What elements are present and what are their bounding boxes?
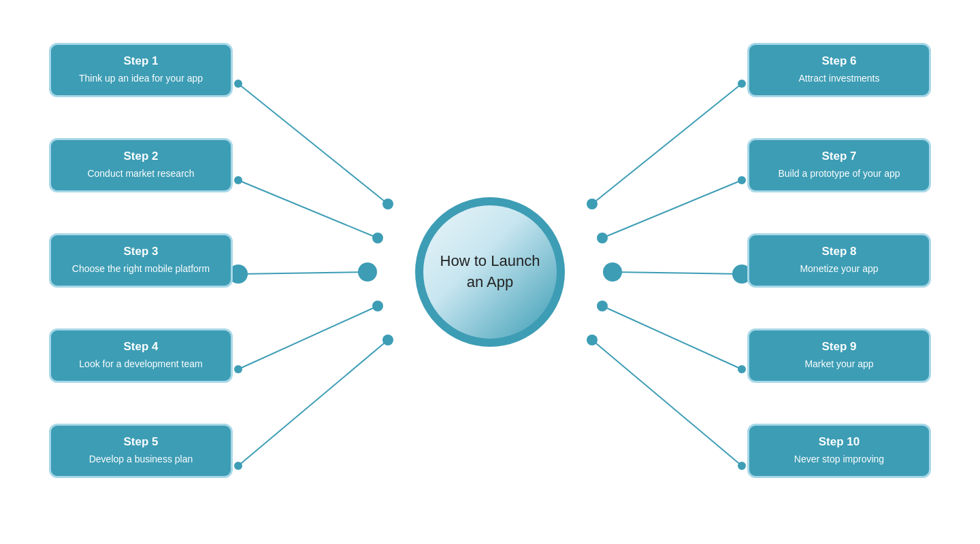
- step4-card: Step 4 Look for a development team: [49, 328, 233, 383]
- svg-point-21: [738, 176, 746, 184]
- step5-title: Step 5: [63, 435, 218, 449]
- svg-point-14: [234, 462, 242, 470]
- svg-line-6: [602, 180, 742, 238]
- step9-card: Step 9 Market your app: [747, 328, 931, 383]
- svg-point-18: [372, 301, 383, 311]
- step6-desc: Attract investments: [762, 72, 917, 86]
- step3-desc: Choose the right mobile platform: [63, 262, 218, 276]
- svg-point-25: [587, 199, 598, 209]
- step6-title: Step 6: [762, 54, 917, 68]
- step9-desc: Market your app: [762, 358, 917, 371]
- step9-title: Step 9: [762, 340, 917, 354]
- step6-card: Step 6 Attract investments: [747, 43, 931, 97]
- center-circle: How to Launchan App: [415, 197, 565, 347]
- step8-desc: Monetize your app: [762, 262, 917, 276]
- svg-point-24: [738, 462, 746, 470]
- step7-title: Step 7: [762, 150, 917, 163]
- diagram-container: How to Launchan App Step 1 Think up an i…: [0, 0, 980, 544]
- step1-title: Step 1: [63, 54, 218, 68]
- svg-point-29: [587, 335, 598, 345]
- step8-title: Step 8: [762, 245, 917, 258]
- step10-title: Step 10: [762, 435, 917, 449]
- step8-card: Step 8 Monetize your app: [747, 233, 931, 288]
- step5-desc: Develop a business plan: [63, 453, 218, 466]
- svg-point-27: [603, 262, 622, 282]
- step2-desc: Conduct market research: [63, 167, 218, 181]
- svg-point-20: [738, 80, 746, 88]
- svg-line-9: [592, 340, 742, 466]
- step1-desc: Think up an idea for your app: [63, 72, 218, 86]
- svg-point-11: [234, 176, 242, 184]
- svg-line-8: [602, 306, 742, 369]
- step7-card: Step 7 Build a prototype of your app: [747, 138, 931, 192]
- svg-line-1: [238, 180, 378, 238]
- svg-point-13: [234, 365, 242, 373]
- center-text: How to Launchan App: [440, 251, 540, 293]
- step4-title: Step 4: [63, 340, 218, 354]
- step5-card: Step 5 Develop a business plan: [49, 424, 233, 478]
- step10-desc: Never stop improving: [762, 453, 917, 466]
- svg-point-10: [234, 80, 242, 88]
- step3-card: Step 3 Choose the right mobile platform: [49, 233, 233, 288]
- svg-point-23: [738, 365, 746, 373]
- svg-point-26: [597, 233, 608, 243]
- step1-card: Step 1 Think up an idea for your app: [49, 43, 233, 97]
- step3-title: Step 3: [63, 245, 218, 258]
- svg-point-19: [382, 335, 393, 345]
- step2-title: Step 2: [63, 150, 218, 163]
- svg-point-17: [358, 262, 377, 282]
- svg-point-28: [597, 301, 608, 311]
- step10-card: Step 10 Never stop improving: [747, 424, 931, 478]
- svg-line-7: [612, 272, 742, 274]
- step4-desc: Look for a development team: [63, 358, 218, 371]
- svg-line-3: [238, 306, 378, 369]
- step2-card: Step 2 Conduct market research: [49, 138, 233, 192]
- svg-line-2: [238, 272, 368, 274]
- svg-point-16: [372, 233, 383, 243]
- svg-line-5: [592, 84, 742, 204]
- svg-line-0: [238, 84, 388, 204]
- svg-point-15: [382, 199, 393, 209]
- step7-desc: Build a prototype of your app: [762, 167, 917, 181]
- svg-line-4: [238, 340, 388, 466]
